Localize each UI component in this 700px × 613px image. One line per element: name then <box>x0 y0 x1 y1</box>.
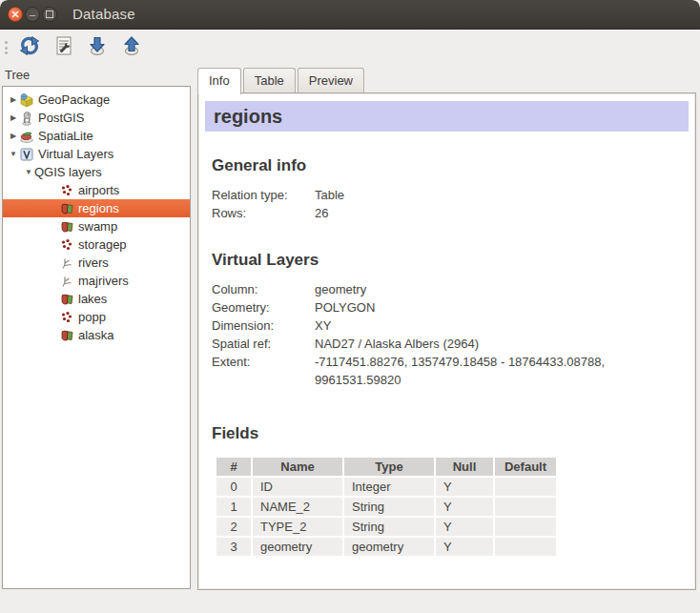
table-row: 1 NAME_2 String Y <box>216 498 556 516</box>
tree-item-label: GeoPackage <box>38 92 110 107</box>
cell-name: TYPE_2 <box>253 518 342 536</box>
import-layer-button[interactable] <box>84 34 111 61</box>
tree-item-geopackage[interactable]: ▶ GeoPackage <box>3 91 190 109</box>
tree-item-label: QGIS layers <box>34 165 102 179</box>
cell-name: ID <box>253 478 342 496</box>
chevron-right-icon[interactable]: ▶ <box>8 113 19 122</box>
tree-item-label: alaska <box>78 328 114 342</box>
info-panel: regions General info Relation type: Tabl… <box>197 92 696 590</box>
tree-item-postgis[interactable]: ▶ PostGIS <box>3 109 190 127</box>
cell-type: String <box>344 518 434 536</box>
cell-null: Y <box>436 518 493 536</box>
minimize-button[interactable]: – <box>25 7 40 22</box>
tree-item-label: popp <box>78 310 106 324</box>
fields-header-row: # Name Type Null Default <box>216 458 556 476</box>
tree-item-qgis-layers[interactable]: ▼ QGIS layers <box>3 163 190 181</box>
tree-item-spatialite[interactable]: ▶ SpatiaLite <box>3 127 190 145</box>
window-title: Database <box>72 0 135 29</box>
kv-row: Extent: -7117451.88276, 1357479.18458 - … <box>212 353 695 389</box>
line-layer-icon <box>59 255 74 271</box>
col-header-type: Type <box>344 458 434 476</box>
tree-item-label: majrivers <box>78 274 129 288</box>
kv-value: -7117451.88276, 1357479.18458 - 18764433… <box>315 353 683 389</box>
sql-window-button[interactable] <box>51 34 77 61</box>
geopackage-icon <box>19 92 34 108</box>
cell-type: geometry <box>344 538 434 556</box>
line-layer-icon <box>59 274 74 289</box>
close-button[interactable]: ✕ <box>8 7 23 22</box>
tab-info[interactable]: Info <box>197 68 241 94</box>
tree-item-label: swamp <box>78 219 117 234</box>
kv-row: Geometry: POLYGON <box>212 298 695 317</box>
cell-default <box>495 478 556 496</box>
cell-default <box>495 498 556 516</box>
point-layer-icon <box>59 237 74 253</box>
chevron-down-icon[interactable]: ▼ <box>23 168 34 176</box>
maximize-button[interactable] <box>42 7 57 22</box>
tree-item-label: airports <box>78 183 119 197</box>
database-window: ✕ – Database <box>0 0 700 613</box>
tree-item-label: storagep <box>78 237 127 252</box>
polygon-layer-icon <box>59 201 74 216</box>
export-arrow-icon <box>121 35 142 60</box>
chevron-down-icon[interactable]: ▼ <box>8 150 19 158</box>
postgis-icon <box>19 111 34 126</box>
tree-item-storagep[interactable]: storagep <box>3 235 190 254</box>
tab-bar: Info Table Preview <box>197 68 366 93</box>
cell-null: Y <box>436 478 493 496</box>
general-info-heading: General info <box>212 156 695 175</box>
point-layer-icon <box>59 183 74 198</box>
sql-window-icon <box>53 35 74 60</box>
polygon-layer-icon <box>59 292 74 307</box>
tree-item-lakes[interactable]: lakes <box>3 290 190 308</box>
tree-item-swamp[interactable]: swamp <box>3 217 190 235</box>
cell-index: 3 <box>216 538 251 556</box>
tree-item-label: SpatiaLite <box>38 129 93 143</box>
table-row: 0 ID Integer Y <box>216 478 556 496</box>
kv-label: Spatial ref: <box>212 335 315 353</box>
cell-index: 2 <box>216 518 251 536</box>
tree-item-airports[interactable]: airports <box>3 181 190 199</box>
import-arrow-icon <box>87 35 108 60</box>
kv-label: Geometry: <box>212 298 315 317</box>
polygon-layer-icon <box>59 219 74 235</box>
virtual-layers-list: Column: geometry Geometry: POLYGON Dimen… <box>212 280 695 389</box>
tree-item-popp[interactable]: popp <box>3 308 190 326</box>
close-icon: ✕ <box>10 7 19 22</box>
tree-item-label: Virtual Layers <box>38 147 113 161</box>
tree-item-majrivers[interactable]: majrivers <box>3 272 190 290</box>
kv-value: Table <box>315 186 344 204</box>
minimize-icon: – <box>30 7 35 22</box>
refresh-icon <box>19 35 40 60</box>
export-layer-button[interactable] <box>118 34 145 61</box>
tree-item-virtual-layers[interactable]: ▼ Virtual Layers <box>3 145 190 163</box>
col-header-name: Name <box>253 458 342 476</box>
refresh-button[interactable] <box>16 34 43 61</box>
cell-name: geometry <box>253 538 342 556</box>
tab-table[interactable]: Table <box>243 68 296 92</box>
kv-label: Relation type: <box>212 186 315 204</box>
chevron-right-icon[interactable]: ▶ <box>8 95 19 104</box>
tree-item-label: lakes <box>78 292 107 306</box>
cell-type: String <box>344 498 434 516</box>
tab-preview[interactable]: Preview <box>298 68 364 92</box>
kv-value: POLYGON <box>315 298 375 317</box>
cell-default <box>495 538 556 556</box>
tree-item-rivers[interactable]: rivers <box>3 254 190 272</box>
chevron-right-icon[interactable]: ▶ <box>8 132 19 140</box>
point-layer-icon <box>59 310 74 325</box>
cell-null: Y <box>436 538 493 556</box>
cell-default <box>495 518 556 536</box>
virtual-layers-heading: Virtual Layers <box>212 251 695 270</box>
tree-item-regions[interactable]: regions <box>3 199 190 217</box>
kv-row: Spatial ref: NAD27 / Alaska Albers (2964… <box>212 335 695 353</box>
tree-item-alaska[interactable]: alaska <box>3 326 190 344</box>
toolbar <box>0 30 700 64</box>
kv-value: 26 <box>315 204 328 222</box>
kv-label: Rows: <box>212 204 315 222</box>
table-row: 3 geometry geometry Y <box>216 538 556 556</box>
col-header-null: Null <box>436 458 493 476</box>
col-header-default: Default <box>495 458 556 476</box>
toolbar-drag-handle[interactable] <box>5 41 9 54</box>
tree-item-label: PostGIS <box>38 111 84 125</box>
